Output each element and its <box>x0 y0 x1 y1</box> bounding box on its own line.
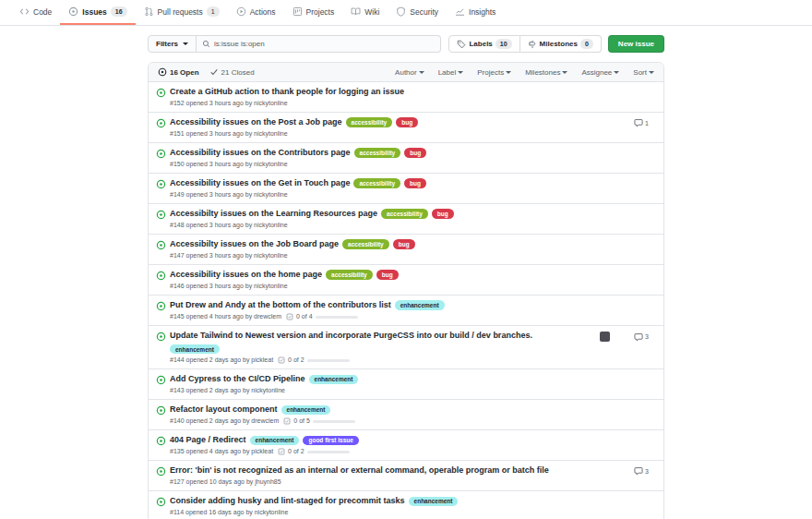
label-enhancement[interactable]: enhancement <box>250 436 300 445</box>
issue-meta-line: #152 opened 3 hours ago by nickytonline <box>170 100 580 107</box>
tab-wiki[interactable]: Wiki <box>342 0 388 25</box>
tab-actions[interactable]: Actions <box>228 0 284 25</box>
label-accessibility[interactable]: accessibility <box>326 270 373 279</box>
issue-title[interactable]: Accessibility issues on the Post a Job p… <box>170 117 342 127</box>
label-bug[interactable]: bug <box>376 270 399 279</box>
tab-label: Projects <box>306 7 335 17</box>
tasklist-icon <box>278 448 285 455</box>
open-issue-icon <box>156 497 166 507</box>
tab-code[interactable]: Code <box>11 0 60 25</box>
label-enhancement[interactable]: enhancement <box>409 497 459 506</box>
label-accessibility[interactable]: accessibility <box>354 148 401 157</box>
issue-title[interactable]: Update Tailwind to Newest version and in… <box>170 331 532 341</box>
issue-meta: #152 opened 3 hours ago by nickytonline <box>170 100 288 107</box>
comments-link[interactable]: 3 <box>634 466 654 476</box>
tab-pull-requests[interactable]: Pull requests 1 <box>136 0 228 25</box>
label-bug[interactable]: bug <box>396 117 418 127</box>
sort-menu-projects[interactable]: Projects <box>477 68 511 77</box>
tab-projects[interactable]: Projects <box>284 0 343 25</box>
issues-search <box>197 35 441 53</box>
open-issue-icon <box>156 466 166 477</box>
issue-title[interactable]: Add Cypress to the CI/CD Pipeline <box>170 374 305 384</box>
issue-row-right <box>580 87 654 88</box>
tasklist-icon <box>278 356 285 364</box>
task-count: 0 of 4 <box>296 313 313 320</box>
issue-row-main: Error: 'bin' is not recognized as an int… <box>170 465 580 486</box>
label-bug[interactable]: bug <box>404 178 426 187</box>
sort-menu-sort[interactable]: Sort <box>633 68 654 77</box>
issues-list-container: 16 Open 21 Closed AuthorLabelProjectsMil… <box>148 62 664 519</box>
label-accessibility[interactable]: accessibility <box>353 178 400 187</box>
label-enhancement[interactable]: enhancement <box>281 405 331 415</box>
tab-issues[interactable]: Issues 16 <box>60 0 135 25</box>
comments-link[interactable]: 3 <box>634 332 654 342</box>
issue-meta-line: #151 opened 3 hours ago by nickytonline <box>170 130 580 138</box>
sort-menu-assignee[interactable]: Assignee <box>581 68 619 77</box>
label-accessibility[interactable]: accessibility <box>381 209 428 218</box>
label-good-first-issue[interactable]: good first issue <box>303 436 358 445</box>
task-progress: 0 of 2 <box>278 448 350 455</box>
issue-title[interactable]: Refactor layout component <box>170 404 278 415</box>
issue-meta: #147 opened 3 hours ago by nickytonline <box>170 252 288 260</box>
issue-labels: enhancementgood first issue <box>250 436 359 445</box>
chevron-down-icon <box>419 71 424 74</box>
tab-security[interactable]: Security <box>388 0 447 25</box>
issue-meta: #127 opened 10 days ago by jhuynh85 <box>170 478 281 486</box>
label-bug[interactable]: bug <box>393 239 415 248</box>
issue-row-right <box>580 404 654 405</box>
label-accessibility[interactable]: accessibility <box>346 117 393 127</box>
issue-title[interactable]: Accessibility issues on the home page <box>170 270 322 280</box>
issue-title-line: Accessibility issues on the Contributors… <box>170 148 580 158</box>
milestones-button[interactable]: Milestones 0 <box>520 35 602 53</box>
label-enhancement[interactable]: enhancement <box>309 375 359 384</box>
issue-row-main: Accessibilty issues on the Learning Reso… <box>170 209 580 229</box>
issue-row-main: Consider adding husky and lint-staged fo… <box>170 496 580 516</box>
labels-button[interactable]: Labels 10 <box>448 35 519 53</box>
tab-label: Insights <box>469 7 496 17</box>
issue-title[interactable]: 404 Page / Redirect <box>170 435 246 445</box>
shield-icon <box>396 6 406 17</box>
issue-title[interactable]: Put Drew and Andy at the bottom of the c… <box>170 300 391 310</box>
issue-row-right <box>580 496 654 497</box>
issue-row-right <box>580 239 654 240</box>
comments-link[interactable]: 1 <box>634 118 654 127</box>
label-accessibility[interactable]: accessibility <box>342 239 389 248</box>
issue-title[interactable]: Create a GitHub action to thank people f… <box>170 87 404 97</box>
sort-menu-author[interactable]: Author <box>395 68 424 77</box>
tab-insights[interactable]: Insights <box>447 0 504 25</box>
issue-title-line: Accessibilty issues on the Job Board pag… <box>170 239 580 249</box>
search-input[interactable] <box>214 40 435 48</box>
issue-title[interactable]: Error: 'bin' is not recognized as an int… <box>170 465 549 476</box>
issue-title[interactable]: Consider adding husky and lint-staged fo… <box>170 496 405 506</box>
issue-title[interactable]: Accessibility issues on the Get in Touch… <box>170 178 350 188</box>
label-enhancement[interactable]: enhancement <box>170 344 220 354</box>
issue-meta-line: #127 opened 10 days ago by jhuynh85 <box>170 478 580 486</box>
issue-meta: #151 opened 3 hours ago by nickytonline <box>170 130 288 138</box>
filters-dropdown[interactable]: Filters <box>148 35 197 53</box>
label-bug[interactable]: bug <box>404 148 426 157</box>
sort-menu-milestones[interactable]: Milestones <box>525 68 567 77</box>
issue-title-line: Update Tailwind to Newest version and in… <box>170 331 580 354</box>
tag-icon <box>457 40 466 49</box>
labels-count-badge: 10 <box>496 39 512 49</box>
issue-row-main: Accessibility issues on the home page ac… <box>170 270 580 290</box>
issue-row: Accessibility issues on the Contributors… <box>149 142 663 173</box>
closed-issues-tab[interactable]: 21 Closed <box>209 67 255 77</box>
issue-title[interactable]: Accessibility issues on the Contributors… <box>170 148 351 158</box>
issue-row-main: Update Tailwind to Newest version and in… <box>170 331 580 364</box>
label-bug[interactable]: bug <box>432 209 454 218</box>
issue-meta: #149 opened 3 hours ago by nickytonline <box>170 191 288 199</box>
issue-title[interactable]: Accessibilty issues on the Learning Reso… <box>170 209 377 219</box>
issue-meta: #114 opened 16 days ago by nickytonline <box>170 509 288 516</box>
issue-labels: enhancement <box>281 405 331 415</box>
label-enhancement[interactable]: enhancement <box>395 300 445 309</box>
new-issue-button[interactable]: New issue <box>608 35 664 53</box>
issue-title-line: Accessibility issues on the Post a Job p… <box>170 117 580 127</box>
open-issues-tab[interactable]: 16 Open <box>158 67 199 77</box>
sort-menu-label[interactable]: Label <box>438 68 464 77</box>
issue-title[interactable]: Accessibilty issues on the Job Board pag… <box>170 239 339 249</box>
issue-row-main: Add Cypress to the CI/CD Pipeline enhanc… <box>170 374 580 394</box>
issue-row-right <box>580 178 654 179</box>
issue-title-line: 404 Page / Redirect enhancementgood firs… <box>170 435 580 445</box>
assignee-avatar[interactable] <box>600 332 610 342</box>
